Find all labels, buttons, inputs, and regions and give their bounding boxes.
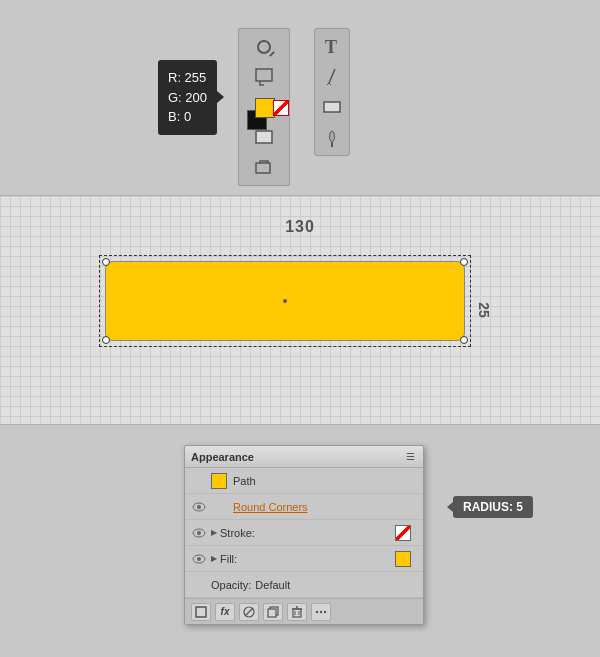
svg-rect-12 [196,607,206,617]
right-toolbar-panel: T [314,28,350,156]
svg-rect-2 [256,163,270,173]
color-r: R: 255 [168,68,207,88]
fill-swatch[interactable] [395,551,411,567]
svg-point-22 [316,610,318,612]
brush-tool-button[interactable] [317,123,347,151]
more-icon [315,606,327,618]
svg-rect-0 [256,69,272,81]
handle-top-right[interactable] [460,258,468,266]
color-swatch-area[interactable] [247,98,285,130]
pen-tool-icon [321,65,343,89]
new-layer-button[interactable] [191,603,211,621]
extra-tool-button[interactable] [247,153,281,181]
panel-row-path: Path [185,468,423,494]
copy-icon [267,606,279,618]
fill-eye-icon[interactable] [191,553,207,565]
no-icon [243,606,255,618]
stroke-eye-svg [191,528,207,538]
fill-eye-svg [191,554,207,564]
svg-rect-4 [324,102,340,112]
fx-label: fx [221,606,230,617]
panel-title: Appearance [191,451,254,463]
top-toolbar-area: R: 255 G: 200 B: 0 [0,0,600,195]
handle-bottom-right[interactable] [460,336,468,344]
svg-text:T: T [325,37,337,57]
panel-menu-button[interactable]: ☰ [404,451,417,462]
fg-swatch[interactable] [255,98,275,118]
fill-expand-arrow[interactable]: ▶ [211,554,217,563]
fill-label: Fill: [220,553,391,565]
no-button[interactable] [239,603,259,621]
svg-point-24 [324,610,326,612]
opacity-value[interactable]: Default [255,579,290,591]
svg-rect-16 [268,609,276,617]
panel-row-round-corners[interactable]: Round Corners RADIUS: 5 [185,494,423,520]
color-g: G: 200 [168,88,207,108]
trash-icon [291,606,303,618]
stroke-swatch[interactable] [395,525,411,541]
svg-point-9 [197,531,201,535]
svg-point-11 [197,557,201,561]
pen-tool-button[interactable] [317,63,347,91]
svg-rect-5 [331,143,333,147]
panel-row-opacity: Opacity: Default [185,572,423,598]
color-tooltip: R: 255 G: 200 B: 0 [158,60,217,135]
handle-bottom-left[interactable] [102,336,110,344]
no-color-swatch[interactable] [273,100,289,116]
dimension-width-label: 130 [285,218,315,236]
zoom-tool-button[interactable] [247,33,281,61]
copy-button[interactable] [263,603,283,621]
appearance-panel: Appearance ☰ Path Round Corners [184,445,424,625]
path-label: Path [233,475,417,487]
radius-tooltip-text: RADIUS: 5 [463,500,523,514]
select-tool-button[interactable] [247,63,281,91]
path-swatch [211,473,227,489]
center-dot [283,299,287,303]
svg-rect-1 [256,131,272,143]
shape-selection[interactable] [105,261,465,341]
delete-button[interactable] [287,603,307,621]
panel-titlebar: Appearance ☰ [185,446,423,468]
panel-row-fill[interactable]: ▶ Fill: [185,546,423,572]
panel-controls: ☰ [404,451,417,462]
brush-tool-icon [321,125,343,149]
extra-icon [254,157,274,177]
dimension-height-label: 25 [476,302,492,318]
svg-point-23 [320,610,322,612]
opacity-label: Opacity: [211,579,251,591]
eye-svg [191,502,207,512]
handle-top-left[interactable] [102,258,110,266]
canvas-area: 130 25 [0,195,600,425]
panel-row-stroke[interactable]: ▶ Stroke: [185,520,423,546]
radius-tooltip: RADIUS: 5 [453,496,533,518]
svg-line-14 [245,608,253,616]
shape-tool-button[interactable] [317,93,347,121]
select-icon [254,67,274,87]
zoom-icon [257,40,271,54]
panel-bottom-bar: fx [185,598,423,624]
color-b: B: 0 [168,107,207,127]
svg-rect-17 [293,609,301,617]
svg-point-7 [197,505,201,509]
stroke-label: Stroke: [220,527,391,539]
more-button[interactable] [311,603,331,621]
frame-icon [254,127,274,147]
stroke-eye-icon[interactable] [191,527,207,539]
bottom-area: ◀◀ Appearance ☰ Path Roun [0,425,600,657]
stroke-expand-arrow[interactable]: ▶ [211,528,217,537]
text-tool-icon: T [321,35,343,59]
text-tool-button[interactable]: T [317,33,347,61]
yellow-rounded-rect[interactable] [105,261,465,341]
round-corners-eye-icon[interactable] [191,501,207,513]
shape-tool-icon [321,95,343,119]
fx-button[interactable]: fx [215,603,235,621]
round-corners-label[interactable]: Round Corners [233,501,417,513]
square-icon [195,606,207,618]
